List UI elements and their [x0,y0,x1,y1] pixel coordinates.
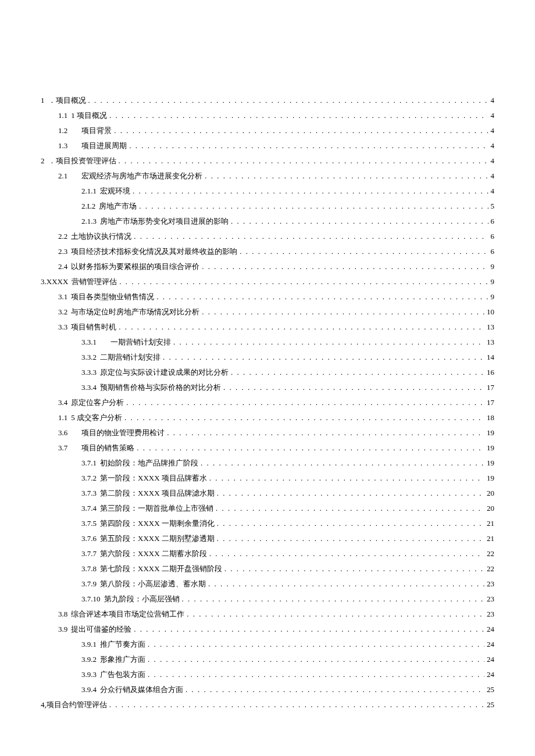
toc-entry-number: 2.4 [58,259,67,274]
toc-entry-label: 3.7.7第六阶段：XXXX 二期蓄水阶段 [81,546,207,561]
toc-entry-number: 3.XXXX [41,274,68,289]
toc-leader-dots [209,471,484,486]
toc-entry[interactable]: 3.9.3广告包装方面24 [41,667,494,682]
toc-entry[interactable]: 3.7.8第七阶段：XXXX 二期开盘强销阶段22 [41,561,494,576]
toc-entry[interactable]: 3.7.5第四阶段：XXXX 一期剩余量消化21 [41,516,494,531]
toc-entry[interactable]: 3.1项目各类型物业销售情况9 [41,289,494,304]
toc-entry-title: 广告包装方面 [100,670,145,679]
toc-entry[interactable]: 3.7.9第八阶段：小高层渗透、蓄水期23 [41,576,494,592]
toc-entry-number: 3.7.3 [81,486,97,501]
toc-entry-page: 4 [491,138,495,153]
toc-entry-page: 13 [487,335,494,350]
toc-entry-label: 3.3.3原定位与实际设计建设成果的对比分析 [81,365,229,380]
toc-leader-dots [209,546,484,561]
toc-entry[interactable]: 1.3项目进展周期4 [41,138,494,153]
toc-entry[interactable]: 3.3.1一期营销计划安排13 [41,335,494,350]
toc-entry-page: 20 [487,486,494,501]
toc-entry[interactable]: 2.2土地协议执行情况6 [41,229,494,244]
toc-entry-label: 3.9.4分众行销及媒体组合方面 [81,682,183,697]
toc-entry-number: 2.L2 [81,199,95,214]
toc-entry-number: 3.7 [58,440,67,456]
toc-entry[interactable]: 3.3项目销售时机13 [41,320,494,335]
toc-entry[interactable]: 2.4以财务指标为要紧根据的项目综合评价9 [41,259,494,274]
toc-entry[interactable]: 2.1宏观经济与房地产市场进展变化分析4 [41,169,494,184]
toc-entry[interactable]: 3.9.2形象推广方面24 [41,652,494,667]
toc-entry-label: 3.2与市场定位时房地产市场情况对比分析 [58,304,199,320]
toc-entry[interactable]: 3.7项目的销售策略19 [41,440,494,456]
toc-entry-label: 3.7.10第九阶段：小高层强销 [81,592,180,607]
toc-entry-label: 3.1项目各类型物业销售情况 [58,289,154,304]
toc-entry[interactable]: 3.2与市场定位时房地产市场情况对比分析10 [41,304,494,320]
toc-entry-number: 3.7.8 [81,561,97,576]
toc-entry-number: 3.3 [58,320,67,335]
toc-entry-page: 4 [491,153,495,169]
toc-entry-page: 19 [487,471,494,486]
toc-entry-number: 3.6 [58,425,67,440]
toc-entry-title: 与市场定位时房地产市场情况对比分析 [71,307,199,316]
toc-entry[interactable]: 3.4原定位客户分析17 [41,395,494,410]
toc-entry-label: 1.2项目背景 [58,123,112,138]
toc-entry[interactable]: 3.7.2第一阶段：XXXX 项目品牌蓄水19 [41,471,494,486]
toc-entry[interactable]: 3.9.1推广节奏方面24 [41,637,494,652]
toc-entry-title: 房地产市场形势变化对项目进展的影响 [100,217,229,225]
toc-entry-page: 17 [487,395,494,410]
toc-entry[interactable]: 2.1.3房地产市场形势变化对项目进展的影响6 [41,214,494,229]
toc-entry[interactable]: 3.7.7第六阶段：XXXX 二期蓄水阶段22 [41,546,494,561]
toc-entry-page: 4 [491,93,495,108]
toc-entry[interactable]: 1.2项目背景4 [41,123,494,138]
toc-entry[interactable]: 1.11 项目概况4 [41,108,494,123]
toc-leader-dots [217,531,484,546]
toc-entry[interactable]: 3.8综合评述本项目市场定位营销工作23 [41,607,494,622]
toc-entry-title: 项目的销售策略 [81,443,134,452]
toc-leader-dots [126,395,484,410]
toc-entry-label: 3.4原定位客户分析 [58,395,124,410]
toc-entry[interactable]: 3.7.4第三阶段：一期首批单位上市强销20 [41,501,494,516]
toc-leader-dots [109,697,484,712]
toc-entry-page: 16 [487,365,494,380]
toc-entry-page: 21 [487,531,494,546]
toc-entry[interactable]: 3.7.6第五阶段：XXXX 二期别墅渗透期21 [41,531,494,546]
toc-entry[interactable]: 2.L2房地产市场5 [41,199,494,214]
toc-entry-label: 2.4以财务指标为要紧根据的项目综合评价 [58,259,199,274]
toc-entry-page: 4 [491,108,495,123]
toc-entry-page: 13 [487,320,494,335]
toc-entry-label: 3.9.2形象推广方面 [81,652,145,667]
toc-entry[interactable]: 3.3.3原定位与实际设计建设成果的对比分析16 [41,365,494,380]
toc-entry[interactable]: 3.3.4预期销售价格与实际价格的对比分析17 [41,380,494,395]
toc-entry[interactable]: 1.15 成交客户分析18 [41,410,494,425]
toc-entry-page: 23 [487,607,494,622]
toc-entry-title: 土地协议执行情况 [71,232,131,241]
toc-entry[interactable]: 3.XXXX营销管理评估9 [41,274,494,289]
toc-entry[interactable]: 2．项目投资管理评估4 [41,153,494,169]
toc-entry-title: 5 成交客户分析 [71,413,122,422]
toc-entry-title: 第二阶段：XXXX 项目品牌滤水期 [100,489,215,497]
toc-entry[interactable]: 3.7.1初始阶段：地产品牌推广阶段19 [41,456,494,471]
toc-entry-number: 2.3 [58,244,67,259]
toc-entry-label: 3.7.8第七阶段：XXXX 二期开盘强销阶段 [81,561,222,576]
toc-entry-title: 项目销售时机 [71,323,116,331]
toc-entry-label: 4,项目合约管理评估 [41,697,107,712]
toc-entry[interactable]: 4,项目合约管理评估25 [41,697,494,712]
toc-entry[interactable]: 3.9提出可借鉴的经验24 [41,622,494,637]
toc-entry-page: 24 [487,652,494,667]
toc-entry-number: 3.7.6 [81,531,97,546]
toc-entry-title: 第五阶段：XXXX 二期别墅渗透期 [100,534,215,543]
toc-entry[interactable]: 1．项目概况4 [41,93,494,108]
toc-entry[interactable]: 3.7.10第九阶段：小高层强销23 [41,592,494,607]
toc-entry[interactable]: 3.3.2二期营销计划安排14 [41,350,494,365]
toc-entry[interactable]: 3.9.4分众行销及媒体组合方面25 [41,682,494,697]
toc-entry[interactable]: 3.7.3第二阶段：XXXX 项目品牌滤水期20 [41,486,494,501]
toc-leader-dots [240,244,488,259]
toc-entry-title: 推广节奏方面 [100,640,145,648]
toc-entry[interactable]: 2.3项目经济技术指标变化情况及其对最终收益的影响6 [41,244,494,259]
toc-leader-dots [156,289,488,304]
toc-entry-number: 2.1.3 [81,214,97,229]
toc-entry-label: 3.8综合评述本项目市场定位营销工作 [58,607,184,622]
toc-entry-label: 2.1宏观经济与房地产市场进展变化分析 [58,169,202,184]
toc-leader-dots [119,320,484,335]
toc-entry-title: 第八阶段：小高层渗透、蓄水期 [100,579,206,588]
toc-leader-dots [186,682,484,697]
toc-leader-dots [134,229,488,244]
toc-entry[interactable]: 2.1.1宏观环境4 [41,184,494,199]
toc-entry[interactable]: 3.6项目的物业管理费用检讨19 [41,425,494,440]
